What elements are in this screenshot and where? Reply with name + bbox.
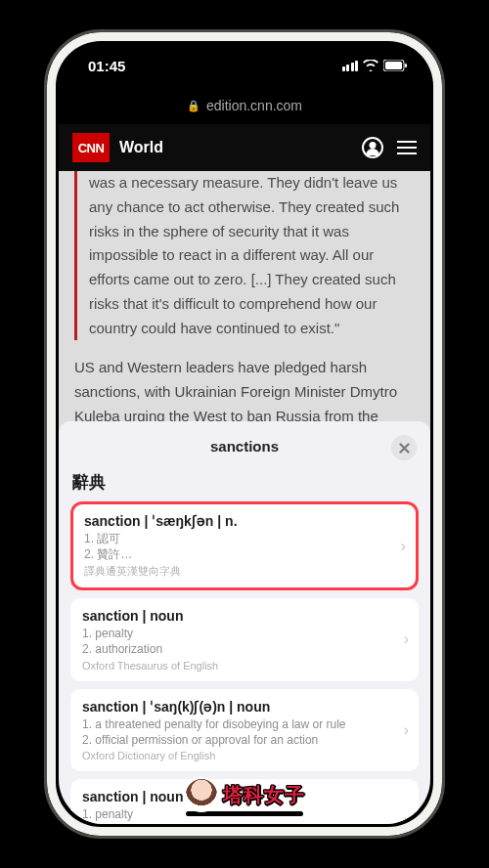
site-header: CNN World — [59, 124, 430, 171]
cnn-logo[interactable]: CNN — [72, 133, 110, 162]
svg-rect-1 — [385, 62, 402, 69]
entry-definition: 2. 贊許… — [84, 546, 405, 562]
entry-source: 譯典通英漢雙向字典 — [84, 564, 405, 579]
cellular-icon — [342, 61, 359, 71]
url-bar[interactable]: 🔒 edition.cnn.com — [59, 87, 430, 124]
phone-frame: 01:45 🔒 edition.cnn.com CNN World was a … — [44, 29, 445, 839]
phone-screen: 01:45 🔒 edition.cnn.com CNN World was a … — [59, 44, 430, 824]
dictionary-entry[interactable]: sanction | ˈsaŋ(k)ʃ(ə)n | noun1. a threa… — [70, 689, 419, 771]
article-quote: was a necessary measure. They didn't lea… — [74, 171, 415, 340]
chevron-right-icon: › — [404, 811, 409, 824]
lock-icon: 🔒 — [187, 100, 200, 112]
notch — [156, 44, 333, 71]
close-icon — [399, 443, 410, 454]
entry-headline: sanction | noun — [82, 608, 407, 624]
close-button[interactable] — [391, 435, 417, 460]
wifi-icon — [363, 60, 378, 71]
chevron-right-icon: › — [401, 538, 406, 555]
battery-icon — [383, 60, 407, 71]
entry-source: Oxford Dictionary of English — [82, 750, 407, 761]
profile-icon[interactable] — [362, 137, 383, 158]
entry-definition: 1. a threatened penalty for disobeying a… — [82, 716, 407, 732]
section-title[interactable]: World — [119, 139, 352, 156]
chevron-right-icon: › — [404, 630, 409, 648]
lookup-sheet: sanctions 辭典 sanction | ˈsæŋkʃən | n.1. … — [59, 421, 430, 824]
entry-headline: sanction | ˈsaŋ(k)ʃ(ə)n | noun — [82, 699, 407, 715]
entry-source: Oxford Thesaurus of English — [82, 660, 407, 672]
svg-rect-2 — [405, 64, 407, 67]
entry-headline: sanction | ˈsæŋkʃən | n. — [84, 513, 405, 529]
entry-definition: 2. official permission or approval for a… — [82, 732, 407, 748]
watermark: 塔科女子 — [184, 777, 305, 812]
status-time: 01:45 — [88, 58, 125, 74]
watermark-avatar — [184, 777, 219, 812]
entry-definition: 1. 認可 — [84, 531, 405, 546]
entry-definition: 2. authorization — [82, 822, 407, 824]
chevron-right-icon: › — [404, 721, 409, 739]
url-text: edition.cnn.com — [206, 98, 302, 113]
entry-definition: 2. authorization — [82, 641, 407, 657]
entry-definition: 1. penalty — [82, 626, 407, 641]
dictionary-section-label: 辭典 — [72, 471, 417, 494]
menu-icon[interactable] — [397, 141, 417, 154]
watermark-text: 塔科女子 — [223, 782, 305, 808]
dictionary-entry[interactable]: sanction | ˈsæŋkʃən | n.1. 認可2. 贊許…譯典通英漢… — [70, 501, 419, 590]
dictionary-entry[interactable]: sanction | noun1. penalty2. authorizatio… — [70, 598, 419, 680]
lookup-title: sanctions — [210, 438, 279, 455]
